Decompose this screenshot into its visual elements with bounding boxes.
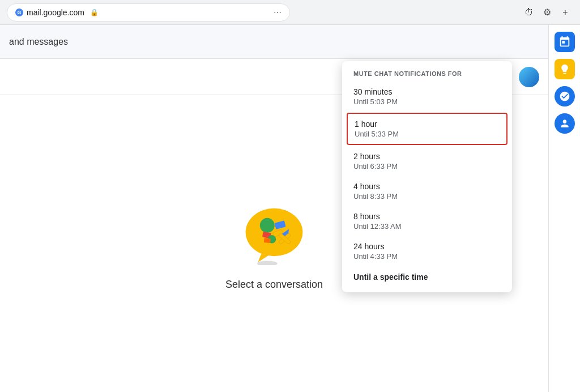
address-dots-btn[interactable]: ⋯ [274,8,282,17]
address-text: mail.google.com [27,8,84,17]
svg-point-4 [257,261,278,265]
mute-30min-label: 30 minutes [353,87,501,96]
svg-rect-11 [264,238,271,243]
search-bar-text: and messages [9,37,68,47]
sidebar-calendar-btn[interactable] [552,29,577,54]
sidebar-tasks-btn[interactable] [552,84,577,109]
mute-24hours-sub: Until 4:33 PM [353,252,501,261]
browser-right-icons: ⏱ ⚙ + [521,5,573,20]
sidebar-keep-btn[interactable] [552,57,577,82]
user-avatar[interactable] [519,67,539,87]
sidebar-contacts-btn[interactable] [552,111,577,136]
mute-2hours-label: 2 hours [353,152,501,161]
mute-1hour-item[interactable]: 1 hour Until 5:33 PM [347,113,508,145]
mute-1hour-label: 1 hour [355,120,500,129]
right-sidebar [548,25,580,392]
mute-30min-item[interactable]: 30 minutes Until 5:03 PM [342,82,512,112]
mute-notifications-dropdown: MUTE CHAT NOTIFICATIONS FOR 30 minutes U… [342,61,512,292]
address-bar[interactable]: G mail.google.com 🔒 ⋯ [7,3,290,22]
svg-point-5 [260,218,275,232]
tasks-icon [555,86,575,106]
settings-ext-btn[interactable]: ⚙ [539,5,555,20]
search-bar-area: and messages [0,25,548,59]
mute-8hours-sub: Until 12:33 AM [353,222,501,231]
keep-icon [555,59,575,79]
dropdown-header: MUTE CHAT NOTIFICATIONS FOR [342,61,512,82]
history-btn[interactable]: ⏱ [521,5,537,20]
mute-2hours-sub: Until 6:33 PM [353,162,501,171]
mute-1hour-sub: Until 5:33 PM [355,130,500,138]
mute-24hours-item[interactable]: 24 hours Until 4:33 PM [342,236,512,266]
mute-4hours-sub: Until 8:33 PM [353,192,501,201]
chat-illustration [237,197,311,265]
mute-specific-time-item[interactable]: Until a specific time [342,266,512,288]
mute-4hours-label: 4 hours [353,182,501,191]
app-container: and messages Active ▾ [0,25,580,392]
lock-icon: 🔒 [90,8,99,16]
mute-8hours-item[interactable]: 8 hours Until 12:33 AM [342,206,512,236]
new-tab-btn[interactable]: + [557,5,573,20]
mute-24hours-label: 24 hours [353,242,501,251]
mute-30min-sub: Until 5:03 PM [353,97,501,106]
select-conversation-text: Select a conversation [225,279,323,291]
favicon: G [15,8,23,16]
avatar-image [519,67,539,87]
mute-specific-time-label: Until a specific time [353,272,428,282]
mute-2hours-item[interactable]: 2 hours Until 6:33 PM [342,146,512,176]
browser-toolbar: G mail.google.com 🔒 ⋯ ⏱ ⚙ + [0,0,580,25]
mute-4hours-item[interactable]: 4 hours Until 8:33 PM [342,176,512,206]
calendar-icon [555,32,575,52]
mute-8hours-label: 8 hours [353,212,501,221]
contacts-icon [555,113,575,134]
